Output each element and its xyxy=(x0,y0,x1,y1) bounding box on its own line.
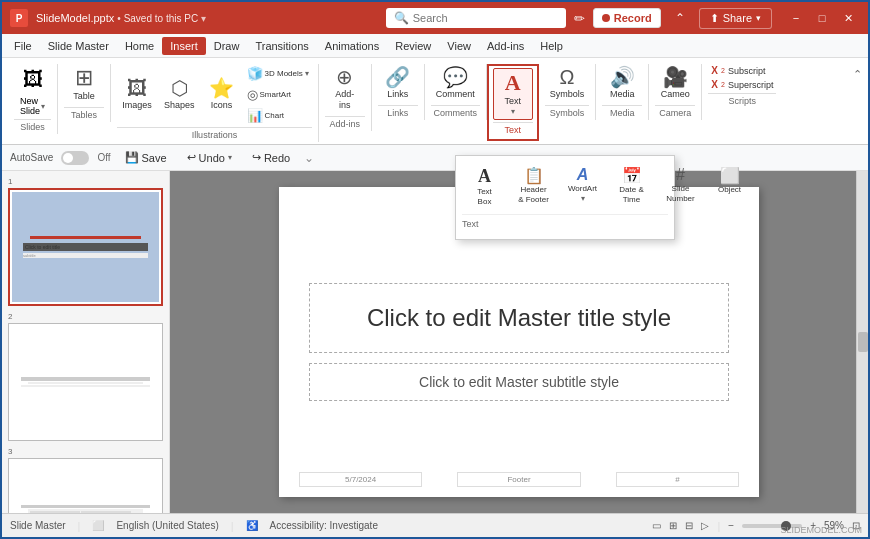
accessibility-status[interactable]: Accessibility: Investigate xyxy=(270,520,378,531)
3d-models-button[interactable]: 🧊 3D Models ▾ xyxy=(244,64,312,83)
autosave-toggle[interactable] xyxy=(61,151,89,165)
text-dropdown[interactable]: ▾ xyxy=(511,107,515,116)
new-slide-button[interactable]: 🖼 NewSlide ▾ xyxy=(15,64,51,117)
ribbon-group-media: 🔊 Media Media xyxy=(596,64,649,120)
status-divider1: | xyxy=(78,520,81,532)
view-grid-icon[interactable]: ⊞ xyxy=(669,520,677,531)
menu-review[interactable]: Review xyxy=(387,37,439,55)
menu-file[interactable]: File xyxy=(6,37,40,55)
watermark: SLIDEMODEL.COM xyxy=(780,525,862,535)
cameo-button[interactable]: 🎥 Cameo xyxy=(655,64,695,103)
3d-models-icon: 🧊 xyxy=(247,66,263,81)
ribbon-group-links: 🔗 Links Links xyxy=(372,64,425,120)
redo-button[interactable]: ↪ Redo xyxy=(246,149,296,166)
menu-help[interactable]: Help xyxy=(532,37,571,55)
text-button[interactable]: A Text ▾ xyxy=(493,68,533,120)
links-button[interactable]: 🔗 Links xyxy=(378,64,418,103)
smartart-button[interactable]: ◎ SmartArt xyxy=(244,85,312,104)
header-footer-button[interactable]: 📋 Header& Footer xyxy=(511,162,556,208)
wordart-button[interactable]: A WordArt ▾ xyxy=(560,162,605,207)
right-scrollbar[interactable] xyxy=(856,171,868,513)
new-slide-icon[interactable]: 🖼 xyxy=(15,64,51,95)
slide-thumb-3[interactable]: 3 xyxy=(8,447,163,513)
menu-animations[interactable]: Animations xyxy=(317,37,387,55)
subscript-sub: 2 xyxy=(721,67,725,74)
media-group-inner: 🔊 Media xyxy=(602,64,642,103)
subscript-x-icon: X xyxy=(711,65,718,76)
record-label: Record xyxy=(614,12,652,24)
undo-dropdown[interactable]: ▾ xyxy=(228,153,232,162)
slide-number-button[interactable]: # SlideNumber xyxy=(658,162,703,207)
text-popup-row: A TextBox 📋 Header& Footer A WordArt ▾ 📅… xyxy=(462,162,668,210)
view-slideshow-icon[interactable]: ▷ xyxy=(701,520,709,531)
share-icon: ⬆ xyxy=(710,12,719,25)
zoom-out-button[interactable]: − xyxy=(728,520,734,531)
symbols-group-label: Symbols xyxy=(545,105,590,120)
title-bar: P SlideModel.pptx • Saved to this PC ▾ 🔍… xyxy=(2,2,868,34)
comment-button[interactable]: 💬 Comment xyxy=(431,64,480,103)
icons-button[interactable]: ⭐ Icons xyxy=(202,75,242,114)
maximize-button[interactable]: □ xyxy=(810,8,834,28)
slide-thumbnail-1[interactable]: Click to edit title subtitle xyxy=(8,188,163,306)
ribbon-collapse-icon[interactable]: ⌃ xyxy=(853,68,862,81)
comments-group-label: Comments xyxy=(431,105,480,120)
search-input[interactable] xyxy=(413,12,553,24)
ribbon-group-symbols: Ω Symbols Symbols xyxy=(539,64,597,120)
table-button[interactable]: ⊞ Table xyxy=(64,64,104,105)
slide-subtitle-area[interactable]: Click to edit Master subtitle style xyxy=(309,363,729,401)
slide-thumb-1[interactable]: 1 Click to edit title subtitle xyxy=(8,177,163,308)
symbols-button[interactable]: Ω Symbols xyxy=(545,64,590,103)
undo-button[interactable]: ↩ Undo ▾ xyxy=(181,149,238,166)
superscript-button[interactable]: X 2 Superscript xyxy=(708,78,776,91)
shapes-button[interactable]: ⬡ Shapes xyxy=(159,75,200,114)
illustrations-group-label: Illustrations xyxy=(117,127,312,142)
new-slide-dropdown[interactable]: ▾ xyxy=(41,102,45,111)
object-label: Object xyxy=(718,185,741,195)
images-button[interactable]: 🖼 Images xyxy=(117,75,157,114)
media-button[interactable]: 🔊 Media xyxy=(602,64,642,103)
share-button[interactable]: ⬆ Share ▾ xyxy=(699,8,772,29)
scripts-section: X 2 Subscript X 2 Superscript xyxy=(708,64,776,91)
ribbon-group-slides: 🖼 NewSlide ▾ Slides xyxy=(8,64,58,134)
record-button[interactable]: Record xyxy=(593,8,661,28)
slide-thumbnail-3[interactable] xyxy=(8,458,163,513)
search-bar[interactable]: 🔍 xyxy=(386,8,566,28)
date-time-icon: 📅 xyxy=(622,166,642,185)
ribbon-collapse[interactable]: ⌃ xyxy=(853,64,862,81)
close-button[interactable]: ✕ xyxy=(836,8,860,28)
date-time-button[interactable]: 📅 Date &Time xyxy=(609,162,654,208)
images-label: Images xyxy=(122,100,152,111)
record-dot xyxy=(602,14,610,22)
menu-transitions[interactable]: Transitions xyxy=(247,37,316,55)
menu-view[interactable]: View xyxy=(439,37,479,55)
subscript-button[interactable]: X 2 Subscript xyxy=(708,64,776,77)
customize-quickbar[interactable]: ⌄ xyxy=(304,151,314,165)
menu-addins[interactable]: Add-ins xyxy=(479,37,532,55)
collapse-button[interactable]: ⌃ xyxy=(669,9,691,27)
scroll-thumb[interactable] xyxy=(858,332,868,352)
menu-draw[interactable]: Draw xyxy=(206,37,248,55)
save-button[interactable]: 💾 Save xyxy=(119,149,173,166)
view-reading-icon[interactable]: ⊟ xyxy=(685,520,693,531)
minimize-button[interactable]: − xyxy=(784,8,808,28)
chart-button[interactable]: 📊 Chart xyxy=(244,106,312,125)
object-button[interactable]: ⬜ Object xyxy=(707,162,752,199)
slide-thumbnail-2[interactable] xyxy=(8,323,163,441)
links-label: Links xyxy=(387,89,408,100)
status-bar: Slide Master | ⬜ English (United States)… xyxy=(2,513,868,537)
redo-icon: ↪ xyxy=(252,151,261,164)
language-status[interactable]: English (United States) xyxy=(116,520,218,531)
shapes-label: Shapes xyxy=(164,100,195,111)
addins-button[interactable]: ⊕ Add-ins xyxy=(325,64,365,114)
slide-num-2: 2 xyxy=(8,312,163,321)
slide-thumb-2[interactable]: 2 xyxy=(8,312,163,443)
slide-num-1: 1 xyxy=(8,177,163,186)
view-normal-icon[interactable]: ▭ xyxy=(652,520,661,531)
chart-icon: 📊 xyxy=(247,108,263,123)
new-slide-label[interactable]: NewSlide ▾ xyxy=(16,95,49,117)
menu-slidemaster[interactable]: Slide Master xyxy=(40,37,117,55)
textbox-button[interactable]: A TextBox xyxy=(462,162,507,210)
menu-home[interactable]: Home xyxy=(117,37,162,55)
slide-title-area[interactable]: Click to edit Master title style xyxy=(309,283,729,353)
menu-insert[interactable]: Insert xyxy=(162,37,206,55)
